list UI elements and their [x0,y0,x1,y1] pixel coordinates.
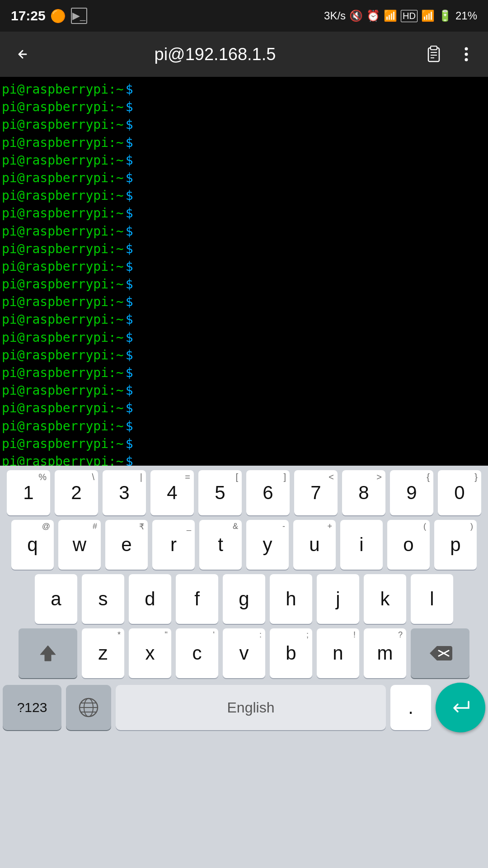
key-k[interactable]: k [364,574,406,624]
key-s[interactable]: s [82,574,124,624]
key-e[interactable]: ₹e [105,520,148,570]
backspace-button[interactable] [411,628,469,678]
number-row: %1 \2 |3 =4 [5 ]6 <7 >8 {9 }0 [3,470,485,515]
key-l[interactable]: l [411,574,453,624]
keyboard: %1 \2 |3 =4 [5 ]6 <7 >8 {9 }0 @q #w ₹e _… [0,466,488,868]
term-line: pi@raspberrypi:~ $ [2,453,486,466]
term-line: pi@raspberrypi:~ $ [2,240,486,258]
terminal-icon: ▶_ [71,8,87,24]
battery-icon: 🔋 [438,9,452,22]
term-line: pi@raspberrypi:~ $ [2,222,486,240]
key-8[interactable]: >8 [342,470,385,515]
key-x[interactable]: "x [129,628,171,678]
space-label: English [227,699,275,716]
connection-title: pi@192.168.1.5 [45,45,385,64]
term-line: pi@raspberrypi:~ $ [2,134,486,151]
language-button[interactable] [66,685,111,730]
key-q[interactable]: @q [11,520,54,570]
key-j[interactable]: j [317,574,359,624]
svg-point-6 [465,53,468,56]
term-line: pi@raspberrypi:~ $ [2,417,486,435]
row-bottom: ?123 English . [3,683,485,732]
key-g[interactable]: g [223,574,265,624]
term-line: pi@raspberrypi:~ $ [2,293,486,311]
key-v[interactable]: :v [223,628,265,678]
key-o[interactable]: (o [387,520,430,570]
status-time: 17:25 [11,8,46,24]
period-button[interactable]: . [390,685,431,730]
term-line: pi@raspberrypi:~ $ [2,169,486,187]
status-left: 17:25 🟠 ▶_ [11,8,87,24]
term-line: pi@raspberrypi:~ $ [2,364,486,382]
row-zxcvbnm: *z "x 'c :v ;b !n ?m [3,628,485,678]
signal-4g-icon: 📶 [421,9,435,22]
key-4[interactable]: =4 [150,470,194,515]
title-actions [421,42,479,67]
status-right: 3K/s 🔇 ⏰ 📶 HD 📶 🔋 21% [324,9,477,22]
enter-button[interactable] [436,683,485,732]
svg-point-5 [465,47,468,51]
key-f[interactable]: f [176,574,218,624]
key-m[interactable]: ?m [364,628,406,678]
key-1[interactable]: %1 [7,470,50,515]
title-bar: pi@192.168.1.5 [0,32,488,77]
key-5[interactable]: [5 [198,470,242,515]
back-button[interactable] [9,41,36,68]
term-line: pi@raspberrypi:~ $ [2,80,486,98]
term-line: pi@raspberrypi:~ $ [2,382,486,399]
key-b[interactable]: ;b [270,628,312,678]
term-line: pi@raspberrypi:~ $ [2,435,486,453]
alarm-icon: ⏰ [366,9,380,22]
key-r[interactable]: _r [152,520,195,570]
shift-button[interactable] [19,628,77,678]
term-line: pi@raspberrypi:~ $ [2,98,486,116]
signal-hd-icon: HD [401,10,418,22]
num-symbol-button[interactable]: ?123 [3,685,61,730]
key-3[interactable]: |3 [103,470,146,515]
key-7[interactable]: <7 [294,470,338,515]
mute-icon: 🔇 [349,9,363,22]
key-w[interactable]: #w [58,520,101,570]
term-line: pi@raspberrypi:~ $ [2,116,486,133]
row-qwerty: @q #w ₹e _r &t -y +u i (o )p [3,520,485,570]
more-options-button[interactable] [454,42,479,67]
row-asdf: a s d f g h j k l [3,574,485,624]
term-line: pi@raspberrypi:~ $ [2,275,486,293]
num-symbol-label: ?123 [17,700,47,715]
term-line: pi@raspberrypi:~ $ [2,151,486,169]
space-button[interactable]: English [116,685,386,730]
key-y[interactable]: -y [246,520,289,570]
key-2[interactable]: \2 [55,470,98,515]
term-line: pi@raspberrypi:~ $ [2,258,486,275]
key-c[interactable]: 'c [176,628,218,678]
key-i[interactable]: i [340,520,383,570]
terminal[interactable]: pi@raspberrypi:~ $ pi@raspberrypi:~ $ pi… [0,77,488,466]
term-line: pi@raspberrypi:~ $ [2,346,486,364]
term-line: pi@raspberrypi:~ $ [2,329,486,346]
clipboard-button[interactable] [421,42,446,67]
svg-point-7 [465,58,468,61]
svg-rect-1 [431,46,437,50]
key-6[interactable]: ]6 [246,470,290,515]
status-bar: 17:25 🟠 ▶_ 3K/s 🔇 ⏰ 📶 HD 📶 🔋 21% [0,0,488,32]
key-a[interactable]: a [35,574,77,624]
period-label: . [408,697,413,718]
term-line: pi@raspberrypi:~ $ [2,204,486,222]
key-0[interactable]: }0 [438,470,481,515]
key-u[interactable]: +u [293,520,336,570]
wifi-icon: 📶 [384,9,397,22]
notification-icon: 🟠 [50,8,66,24]
term-line: pi@raspberrypi:~ $ [2,187,486,204]
key-t[interactable]: &t [199,520,242,570]
key-n[interactable]: !n [317,628,359,678]
key-z[interactable]: *z [82,628,124,678]
key-9[interactable]: {9 [390,470,433,515]
battery-percent: 21% [455,9,477,22]
key-p[interactable]: )p [434,520,477,570]
key-h[interactable]: h [270,574,312,624]
network-speed: 3K/s [324,9,346,22]
term-line: pi@raspberrypi:~ $ [2,399,486,417]
key-d[interactable]: d [129,574,171,624]
term-line: pi@raspberrypi:~ $ [2,311,486,328]
